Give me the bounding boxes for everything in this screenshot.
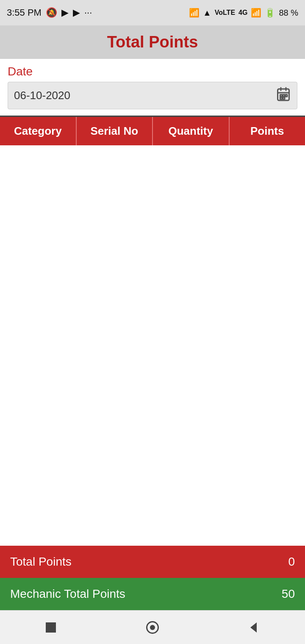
date-section: Date 06-10-2020 bbox=[0, 59, 305, 116]
nav-bar bbox=[0, 610, 305, 644]
volte-icon: VoLTE bbox=[215, 9, 235, 17]
play-icon: ▶ bbox=[61, 7, 69, 18]
mechanic-total-row: Mechanic Total Points 50 bbox=[0, 578, 305, 610]
app-header: Total Points bbox=[0, 25, 305, 59]
status-bar: 3:55 PM 🔕 ▶ ▶ ··· 📶 ▲ VoLTE 4G 📶 🔋 88 % bbox=[0, 0, 305, 25]
col-points: Points bbox=[230, 117, 305, 145]
svg-rect-9 bbox=[46, 622, 56, 633]
4g-icon: 4G bbox=[238, 9, 247, 17]
notification-icon: 🔕 bbox=[46, 7, 57, 18]
status-time: 3:55 PM bbox=[7, 7, 42, 18]
total-points-label: Total Points bbox=[10, 555, 72, 569]
stop-button[interactable] bbox=[41, 617, 61, 638]
footer-totals: Total Points 0 Mechanic Total Points 50 bbox=[0, 546, 305, 610]
total-points-row: Total Points 0 bbox=[0, 546, 305, 578]
home-button[interactable] bbox=[142, 617, 163, 638]
battery-icon: 🔋 bbox=[265, 8, 275, 18]
col-quantity: Quantity bbox=[153, 117, 230, 145]
table-header: Category Serial No Quantity Points bbox=[0, 116, 305, 145]
app-title: Total Points bbox=[107, 33, 198, 51]
svg-rect-4 bbox=[280, 95, 283, 97]
wifi-icon: 📶 bbox=[189, 8, 200, 18]
svg-rect-5 bbox=[283, 95, 285, 97]
back-button[interactable] bbox=[244, 617, 264, 638]
date-label: Date bbox=[8, 65, 297, 78]
table-body bbox=[0, 145, 305, 546]
mechanic-total-label: Mechanic Total Points bbox=[10, 587, 125, 601]
svg-rect-6 bbox=[286, 95, 288, 97]
status-left: 3:55 PM 🔕 ▶ ▶ ··· bbox=[7, 7, 92, 18]
battery-level: 88 % bbox=[279, 8, 298, 18]
col-category: Category bbox=[0, 117, 77, 145]
col-serial-no: Serial No bbox=[77, 117, 153, 145]
svg-rect-8 bbox=[283, 97, 285, 100]
mechanic-total-value: 50 bbox=[282, 587, 295, 601]
more-icon: ··· bbox=[84, 7, 92, 18]
status-right: 📶 ▲ VoLTE 4G 📶 🔋 88 % bbox=[189, 8, 298, 18]
signal-icon: ▲ bbox=[203, 8, 211, 18]
calendar-icon[interactable] bbox=[276, 86, 291, 105]
svg-rect-7 bbox=[280, 97, 283, 100]
svg-marker-12 bbox=[250, 622, 257, 633]
date-input-row[interactable]: 06-10-2020 bbox=[8, 82, 297, 109]
date-value: 06-10-2020 bbox=[14, 89, 276, 102]
total-points-value: 0 bbox=[288, 555, 295, 569]
play2-icon: ▶ bbox=[73, 7, 80, 18]
signal-bars-icon: 📶 bbox=[251, 8, 261, 18]
svg-point-11 bbox=[150, 625, 155, 630]
